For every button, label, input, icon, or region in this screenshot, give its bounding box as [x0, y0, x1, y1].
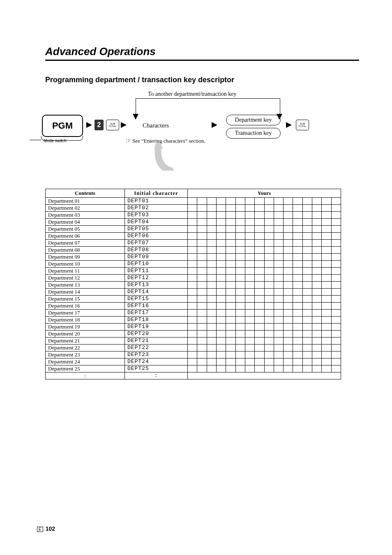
cell-contents: Department 13	[46, 282, 125, 289]
cell-contents: Department 05	[46, 226, 125, 233]
cell-initial: DEPT15	[125, 296, 188, 303]
cell-initial: DEPT25	[125, 365, 188, 372]
page-number: E102	[37, 525, 55, 532]
page-number-value: 102	[46, 525, 55, 532]
cell-initial: DEPT03	[125, 212, 188, 219]
cell-initial: DEPT13	[125, 282, 188, 289]
cell-initial: DEPT21	[125, 338, 188, 345]
cell-initial: DEPT08	[125, 247, 188, 254]
table-row: Department 13DEPT13	[46, 282, 341, 289]
diagram-top-line	[136, 98, 280, 117]
cell-contents: Department 23	[46, 352, 125, 358]
key-2: 2	[95, 120, 104, 130]
title-rule	[45, 60, 359, 61]
cell-contents: Department 21	[46, 338, 125, 345]
table-row: Department 22DEPT22	[46, 345, 341, 352]
cell-initial: DEPT04	[125, 219, 188, 226]
table-row: Department 07DEPT07	[46, 240, 341, 247]
mode-switch-label: Mode switch	[44, 139, 67, 143]
cell-initial: DEPT19	[125, 324, 188, 331]
swoosh-arrow	[146, 142, 187, 171]
table-row: Department 09DEPT09	[46, 254, 341, 261]
cell-initial: DEPT07	[125, 240, 188, 247]
table-row: Department 23DEPT23	[46, 352, 341, 358]
cell-contents: Department 08	[46, 247, 125, 254]
th-contents: Contents	[46, 189, 125, 198]
cell-contents: Department 03	[46, 212, 125, 219]
table-row: Department 04DEPT04	[46, 219, 341, 226]
arrow-right-icon	[121, 122, 127, 128]
key-sub-bottom: TOTAL	[109, 125, 117, 127]
table-row: Department 20DEPT20	[46, 331, 341, 338]
table-row: Department 03DEPT03	[46, 212, 341, 219]
cell-initial: DEPT23	[125, 352, 188, 358]
cell-contents: Department 09	[46, 254, 125, 261]
pointer-icon: ☞	[126, 137, 131, 144]
table-row: Department 21DEPT21	[46, 338, 341, 345]
table-row: Department 24DEPT24	[46, 358, 341, 365]
table-row: Department 19DEPT19	[46, 324, 341, 331]
characters-label: Characters	[143, 122, 169, 129]
key-sub-bottom: TOTAL	[299, 125, 307, 127]
cell-contents: Department 22	[46, 345, 125, 352]
table-row: Department 25DEPT25	[46, 365, 341, 372]
cell-initial: DEPT17	[125, 310, 188, 317]
key-sub-total: SUB TOTAL	[296, 120, 309, 130]
table-row: Department 17DEPT17	[46, 310, 341, 317]
table-row: Department 02DEPT02	[46, 205, 341, 212]
table-row: Department 06DEPT06	[46, 233, 341, 240]
cell-contents: Department 25	[46, 365, 125, 372]
cell-contents: Department 17	[46, 310, 125, 317]
cell-initial: DEPT24	[125, 358, 188, 365]
department-table: Contents Initial character Yours Departm…	[45, 189, 341, 379]
table-row: Department 08DEPT08	[46, 247, 341, 254]
table-row: Department 05DEPT05	[46, 226, 341, 233]
diagram: To another department/transaction key PG…	[45, 92, 359, 183]
arrow-down-icon	[133, 114, 138, 120]
cell-initial: DEPT01	[125, 198, 188, 205]
cell-contents: Department 02	[46, 205, 125, 212]
cell-contents: Department 15	[46, 296, 125, 303]
cell-initial: DEPT18	[125, 317, 188, 324]
key-sub-total: SUB TOTAL	[106, 120, 119, 130]
page-marker: E	[37, 527, 43, 532]
cell-contents: Department 20	[46, 331, 125, 338]
top-caption: To another department/transaction key	[148, 91, 237, 97]
cell-initial: DEPT02	[125, 205, 188, 212]
table-row: Department 10DEPT10	[46, 261, 341, 268]
transaction-key-box: Transaction key	[226, 128, 281, 139]
cell-initial: DEPT05	[125, 226, 188, 233]
cell-initial: DEPT10	[125, 261, 188, 268]
cell-contents: Department 07	[46, 240, 125, 247]
mode-line	[30, 140, 41, 140]
cell-initial: DEPT14	[125, 289, 188, 296]
cell-initial: DEPT06	[125, 233, 188, 240]
cell-initial: DEPT16	[125, 303, 188, 310]
cell-contents: Department 12	[46, 275, 125, 282]
cell-contents: Department 18	[46, 317, 125, 324]
cell-contents: Department 19	[46, 324, 125, 331]
table-row: Department 12DEPT12	[46, 275, 341, 282]
table-row: Department 15DEPT15	[46, 296, 341, 303]
cell-initial: DEPT12	[125, 275, 188, 282]
table-row: Department 11DEPT11	[46, 268, 341, 275]
mode-switch-pgm: PGM	[42, 115, 83, 137]
cell-initial: DEPT22	[125, 345, 188, 352]
cell-contents: Department 14	[46, 289, 125, 296]
table-row: Department 14DEPT14	[46, 289, 341, 296]
cell-contents: Department 01	[46, 198, 125, 205]
section-title: Programming department / transaction key…	[45, 76, 359, 84]
arrow-right-icon	[86, 122, 92, 128]
main-title: Advanced Operations	[45, 45, 359, 58]
table-row: Department 18DEPT18	[46, 317, 341, 324]
arrow-right-icon	[286, 122, 292, 128]
cell-contents: Department 06	[46, 233, 125, 240]
cell-contents: Department 10	[46, 261, 125, 268]
department-key-box: Department key	[226, 115, 281, 125]
cell-contents: Department 16	[46, 303, 125, 310]
cell-contents: Department 11	[46, 268, 125, 275]
th-yours: Yours	[188, 189, 341, 198]
table-row: Department 16DEPT16	[46, 303, 341, 310]
table-row: Department 01DEPT01	[46, 198, 341, 205]
cell-initial: DEPT11	[125, 268, 188, 275]
